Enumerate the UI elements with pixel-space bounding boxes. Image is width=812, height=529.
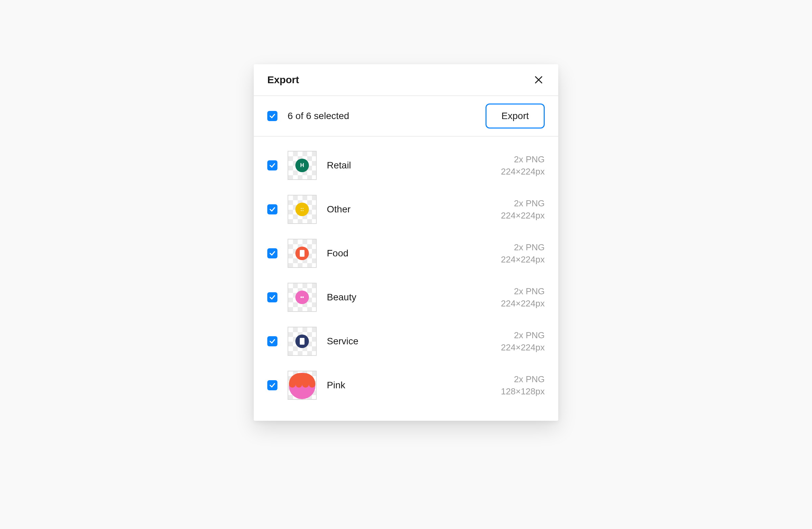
export-item-row: Service2x PNG224×224px — [267, 319, 545, 363]
close-button[interactable] — [533, 74, 545, 86]
checkmark-icon — [269, 162, 276, 169]
checkmark-icon — [269, 382, 276, 388]
item-scale-label: 2x PNG — [501, 285, 545, 297]
item-checkbox[interactable] — [267, 292, 277, 303]
item-meta: 2x PNG224×224px — [501, 285, 545, 310]
item-scale-label: 2x PNG — [501, 153, 545, 165]
item-checkbox[interactable] — [267, 204, 277, 215]
export-item-row: ••Beauty2x PNG224×224px — [267, 275, 545, 319]
checkmark-icon — [269, 113, 276, 119]
export-button[interactable]: Export — [485, 103, 545, 129]
item-thumbnail: H — [288, 151, 317, 180]
item-scale-label: 2x PNG — [501, 197, 545, 209]
item-name-label: Food — [327, 248, 348, 259]
export-item-row: Pink2x PNG128×128px — [267, 363, 545, 407]
item-name-label: Retail — [327, 160, 351, 171]
item-dimensions-label: 224×224px — [501, 165, 545, 178]
item-meta: 2x PNG128×128px — [501, 373, 545, 398]
item-thumbnail: •• — [288, 283, 317, 312]
item-checkbox[interactable] — [267, 160, 277, 171]
checkmark-icon — [269, 250, 276, 257]
item-checkbox[interactable] — [267, 248, 277, 259]
export-item-row: HRetail2x PNG224×224px — [267, 143, 545, 187]
export-dialog: Export 6 of 6 selected Export HRetail2x … — [254, 64, 558, 421]
checkmark-icon — [269, 206, 276, 213]
item-name-label: Other — [327, 204, 350, 215]
item-dimensions-label: 224×224px — [501, 297, 545, 309]
selected-count-label: 6 of 6 selected — [288, 111, 349, 121]
item-scale-label: 2x PNG — [501, 241, 545, 253]
select-all-checkbox[interactable] — [267, 111, 277, 121]
item-scale-label: 2x PNG — [501, 373, 545, 385]
item-meta: 2x PNG224×224px — [501, 329, 545, 354]
item-checkbox[interactable] — [267, 336, 277, 346]
dialog-title: Export — [267, 74, 299, 86]
close-icon — [534, 75, 543, 85]
item-meta: 2x PNG224×224px — [501, 153, 545, 178]
item-dimensions-label: 224×224px — [501, 209, 545, 222]
checkmark-icon — [269, 294, 276, 301]
dialog-header: Export — [254, 64, 558, 96]
item-name-label: Pink — [327, 380, 345, 391]
item-checkbox[interactable] — [267, 380, 277, 390]
item-dimensions-label: 224×224px — [501, 253, 545, 265]
item-thumbnail — [288, 371, 317, 400]
item-thumbnail — [288, 327, 317, 356]
item-meta: 2x PNG224×224px — [501, 197, 545, 222]
item-thumbnail — [288, 239, 317, 268]
item-dimensions-label: 224×224px — [501, 341, 545, 353]
item-thumbnail: :: — [288, 195, 317, 224]
checkmark-icon — [269, 338, 276, 345]
export-item-row: Food2x PNG224×224px — [267, 231, 545, 275]
item-dimensions-label: 128×128px — [501, 385, 545, 397]
export-item-row: ::Other2x PNG224×224px — [267, 187, 545, 231]
item-scale-label: 2x PNG — [501, 329, 545, 341]
export-item-list: HRetail2x PNG224×224px::Other2x PNG224×2… — [254, 137, 558, 421]
item-meta: 2x PNG224×224px — [501, 241, 545, 266]
item-name-label: Service — [327, 336, 358, 347]
item-name-label: Beauty — [327, 292, 356, 303]
select-all-row: 6 of 6 selected Export — [254, 96, 558, 137]
